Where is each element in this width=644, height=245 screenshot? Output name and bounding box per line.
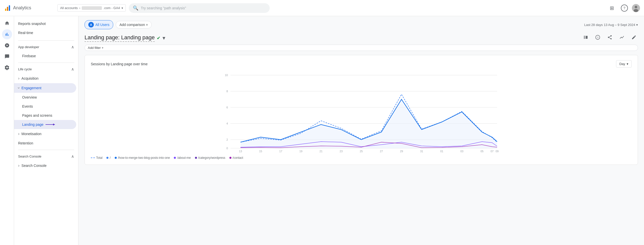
monetisation-expand-icon: › — [18, 132, 19, 136]
all-users-chip[interactable]: A All Users — [85, 20, 113, 29]
sidebar-item-monetisation[interactable]: › Monetisation — [14, 129, 76, 139]
legend-total-icon — [91, 158, 95, 158]
chart-svg-wrapper: 10 8 6 4 2 0 — [91, 72, 632, 153]
sidebar-item-realtime[interactable]: Real-time — [14, 28, 76, 37]
app-title: Analytics — [13, 5, 31, 11]
sidebar-item-engagement[interactable]: › Engagement — [14, 83, 76, 93]
svg-text:☺: ☺ — [596, 36, 599, 39]
sidebar-item-events[interactable]: Events — [14, 102, 76, 111]
sidebar-item-pages-screens[interactable]: Pages and screens — [14, 111, 76, 120]
legend-about-label: /about-me — [177, 156, 191, 160]
sidebar-top-section: Reports snapshot Real-time — [14, 18, 78, 38]
sidebar-lifecycle-category[interactable]: Life cycle ∧ — [14, 65, 78, 74]
split-view-icon[interactable] — [582, 33, 590, 43]
edit-icon[interactable] — [630, 33, 638, 43]
page-title: Landing page: Landing page ✔ ▾ — [85, 34, 165, 42]
chart-area-fill — [240, 99, 497, 148]
page-title-area: Landing page: Landing page ✔ ▾ ☺ — [85, 33, 638, 43]
legend-root: / — [106, 156, 110, 160]
svg-point-5 — [634, 9, 638, 12]
sidebar-divider-3 — [18, 150, 74, 150]
compare-icon[interactable] — [618, 33, 626, 43]
title-dropdown-icon[interactable]: ▾ — [163, 35, 165, 41]
legend-root-label: / — [110, 156, 110, 160]
search-bar[interactable]: 🔍 Try searching "path analysis" — [129, 3, 270, 13]
svg-text:10: 10 — [225, 74, 228, 77]
search-placeholder: Try searching "path analysis" — [141, 6, 186, 10]
svg-text:07: 07 — [491, 150, 494, 152]
account-selector[interactable]: All accounts › .com - GA4 ▾ — [57, 4, 126, 12]
svg-text:6: 6 — [226, 106, 228, 109]
lifecycle-chevron-icon: ∧ — [71, 67, 74, 72]
topbar-right: ⊞ ? — [607, 3, 640, 13]
account-name-blurred — [82, 6, 102, 10]
legend-category: /category/wordpress — [195, 156, 225, 160]
sidebar-monetisation-label: Monetisation — [21, 132, 41, 136]
day-selector[interactable]: Day ▾ — [616, 60, 632, 68]
sidebar-item-landing-page[interactable]: Landing page — [14, 120, 76, 129]
sidebar-search-console-sub-label: Search Console — [21, 164, 47, 168]
sidebar-item-acquisition[interactable]: › Acquisition — [14, 74, 76, 83]
add-comparison-button[interactable]: Add comparison + — [116, 21, 152, 28]
sidebar-search-console-category[interactable]: Search Console ∧ — [14, 152, 78, 161]
svg-text:4: 4 — [226, 122, 228, 125]
landing-page-arrow-icon — [46, 122, 56, 127]
user-avatar[interactable] — [632, 4, 640, 12]
filter-bar: A All Users Add comparison + Last 28 day… — [85, 20, 638, 29]
apps-icon[interactable]: ⊞ — [607, 3, 617, 13]
sidebar-events-label: Events — [22, 104, 33, 108]
sidebar-reports-snapshot-label: Reports snapshot — [18, 22, 46, 26]
svg-text:09: 09 — [496, 150, 499, 152]
rail-configure-icon[interactable] — [2, 63, 12, 73]
svg-text:29: 29 — [400, 150, 403, 152]
sidebar-divider-2 — [18, 63, 74, 63]
date-range-dates: 13 Aug – 9 Sept 2024 — [604, 23, 635, 27]
sidebar-acquisition-label: Acquisition — [21, 76, 38, 80]
day-selector-chevron-icon: ▾ — [627, 62, 628, 66]
main-content: A All Users Add comparison + Last 28 day… — [78, 16, 644, 245]
sidebar-app-developer-category[interactable]: App developer ∧ — [14, 43, 78, 51]
sidebar-item-overview[interactable]: Overview — [14, 93, 76, 102]
sidebar-app-developer-label: App developer — [18, 45, 39, 49]
add-comparison-label: Add comparison + — [119, 23, 148, 27]
icon-rail — [0, 16, 14, 245]
add-filter-label: Add filter + — [88, 46, 104, 50]
svg-text:2: 2 — [226, 138, 228, 141]
legend-about: /about-me — [174, 156, 191, 160]
svg-text:8: 8 — [226, 90, 228, 93]
svg-point-4 — [635, 6, 637, 8]
help-icon[interactable]: ? — [621, 5, 628, 12]
search-console-chevron-icon: ∧ — [71, 154, 74, 159]
sidebar-item-retention[interactable]: Retention — [14, 139, 76, 148]
svg-text:31: 31 — [420, 150, 423, 152]
chart-legend: Total / /how-to-merge-two-blog-posts-int… — [91, 156, 632, 160]
share-icon[interactable] — [606, 33, 614, 43]
svg-rect-2 — [9, 5, 10, 11]
sidebar-item-reports-snapshot[interactable]: Reports snapshot — [14, 19, 76, 28]
svg-marker-7 — [53, 124, 55, 126]
search-icon: 🔍 — [133, 5, 138, 11]
sidebar-overview-label: Overview — [22, 95, 37, 99]
insights-icon[interactable]: ☺ — [594, 33, 602, 43]
sidebar-retention-label: Retention — [18, 141, 33, 145]
account-suffix: .com - GA4 — [103, 6, 120, 10]
sidebar-firebase-label: Firebase — [22, 54, 36, 58]
filter-left: A All Users Add comparison + — [85, 20, 152, 29]
svg-text:21: 21 — [319, 150, 323, 152]
date-range-chevron-icon: ▾ — [636, 23, 638, 27]
svg-text:0: 0 — [226, 147, 228, 150]
add-filter-button[interactable]: Add filter + — [85, 45, 638, 51]
rail-explore-icon[interactable] — [2, 40, 12, 50]
sidebar-item-search-console[interactable]: › Search Console — [14, 161, 76, 170]
sidebar-item-firebase[interactable]: Firebase — [14, 51, 76, 60]
rail-home-icon[interactable] — [2, 18, 12, 28]
legend-total: Total — [91, 156, 102, 160]
chart-title: Sessions by Landing page over time — [91, 62, 148, 66]
chart-svg: 10 8 6 4 2 0 — [91, 72, 632, 152]
rail-advertising-icon[interactable] — [2, 51, 12, 62]
legend-total-label: Total — [96, 156, 102, 160]
rail-reports-icon[interactable] — [2, 29, 12, 39]
svg-text:23: 23 — [340, 150, 343, 152]
date-range-selector[interactable]: Last 28 days 13 Aug – 9 Sept 2024 ▾ — [584, 23, 638, 27]
legend-root-icon — [106, 157, 108, 159]
